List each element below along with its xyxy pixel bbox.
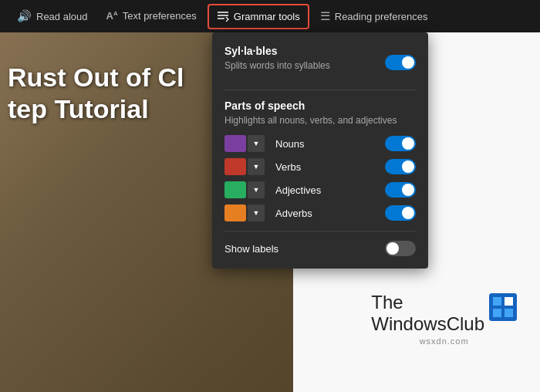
grammar-tools-dropdown: Syl·la·bles Splits words into syllables …: [212, 32, 428, 269]
windows-club-logo: The WindowsClub wsxdn.com: [371, 292, 517, 346]
show-labels-toggle[interactable]: [385, 241, 416, 256]
reading-preferences-label: Reading preferences: [335, 11, 428, 22]
toolbar: 🔊 Read aloud AA Text preferences Grammar…: [0, 0, 540, 32]
adjectives-swatch-group: ▼: [224, 181, 271, 198]
syllables-toggle[interactable]: [385, 55, 416, 70]
adverbs-label: Adverbs: [275, 208, 385, 219]
toolbar-grammar-tools[interactable]: Grammar tools: [208, 4, 309, 29]
toolbar-reading-preferences[interactable]: ☰ Reading preferences: [312, 5, 436, 27]
page-content-text: Rust Out of Cl tep Tutorial: [8, 62, 184, 125]
read-aloud-label: Read aloud: [36, 11, 88, 22]
windows-club-line1: The: [371, 292, 484, 313]
adverbs-toggle[interactable]: [385, 205, 416, 221]
show-labels-label: Show labels: [224, 243, 278, 255]
divider-2: [224, 231, 416, 231]
adjectives-row: ▼ Adjectives: [224, 181, 416, 198]
syllables-title: Syl·la·bles: [224, 45, 330, 57]
page-line1: Rust Out of Cl: [8, 62, 184, 93]
svg-rect-4: [493, 297, 501, 306]
text-pref-icon: AA: [106, 10, 118, 22]
syllables-desc: Splits words into syllables: [224, 60, 330, 71]
read-aloud-icon: 🔊: [17, 9, 32, 23]
nouns-swatch-group: ▼: [224, 135, 271, 152]
windows-club-url: wsxdn.com: [371, 336, 517, 346]
nouns-row: ▼ Nouns: [224, 135, 416, 152]
adjectives-label: Adjectives: [275, 184, 385, 196]
reading-pref-icon: ☰: [320, 9, 330, 23]
verbs-chevron[interactable]: ▼: [248, 158, 265, 175]
parts-of-speech-section: Parts of speech Highlights all nouns, ve…: [224, 100, 416, 221]
svg-rect-5: [505, 297, 513, 306]
pos-title: Parts of speech: [224, 100, 416, 112]
grammar-icon: [217, 9, 229, 24]
nouns-label: Nouns: [275, 138, 385, 150]
svg-rect-7: [505, 309, 513, 317]
divider-1: [224, 90, 416, 90]
toolbar-text-preferences[interactable]: AA Text preferences: [99, 6, 204, 25]
syllables-row: Syl·la·bles Splits words into syllables: [224, 45, 416, 80]
adjectives-color-swatch[interactable]: [224, 181, 246, 198]
verbs-swatch-group: ▼: [224, 158, 271, 175]
svg-rect-6: [493, 309, 501, 317]
windows-club-line2: WindowsClub: [371, 313, 484, 335]
text-preferences-label: Text preferences: [123, 10, 197, 22]
nouns-chevron[interactable]: ▼: [248, 135, 265, 152]
page-line2: tep Tutorial: [8, 93, 184, 125]
adverbs-chevron[interactable]: ▼: [248, 204, 265, 221]
pos-desc: Highlights all nouns, verbs, and adjecti…: [224, 115, 416, 126]
show-labels-row: Show labels: [224, 241, 416, 256]
nouns-color-swatch[interactable]: [224, 135, 246, 152]
verbs-toggle[interactable]: [385, 159, 416, 174]
adverbs-row: ▼ Adverbs: [224, 204, 416, 221]
grammar-tools-label: Grammar tools: [234, 11, 300, 22]
adverbs-color-swatch[interactable]: [224, 204, 246, 221]
nouns-toggle[interactable]: [385, 136, 416, 151]
adjectives-toggle[interactable]: [385, 182, 416, 198]
adverbs-swatch-group: ▼: [224, 204, 271, 221]
verbs-label: Verbs: [275, 161, 385, 173]
verbs-row: ▼ Verbs: [224, 158, 416, 175]
toolbar-read-aloud[interactable]: 🔊 Read aloud: [9, 5, 96, 27]
verbs-color-swatch[interactable]: [224, 158, 246, 175]
adjectives-chevron[interactable]: ▼: [248, 181, 265, 198]
windows-club-icon: [489, 293, 517, 321]
